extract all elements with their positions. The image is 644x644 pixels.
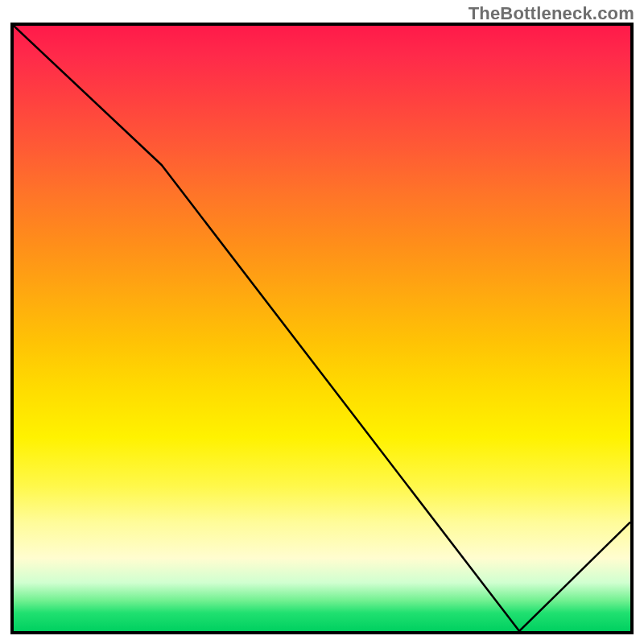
- chart-container: TheBottleneck.com: [0, 0, 644, 644]
- line-chart-svg: [14, 26, 630, 631]
- plot-area: [10, 23, 634, 634]
- watermark-text: TheBottleneck.com: [469, 3, 634, 24]
- data-line: [14, 26, 630, 631]
